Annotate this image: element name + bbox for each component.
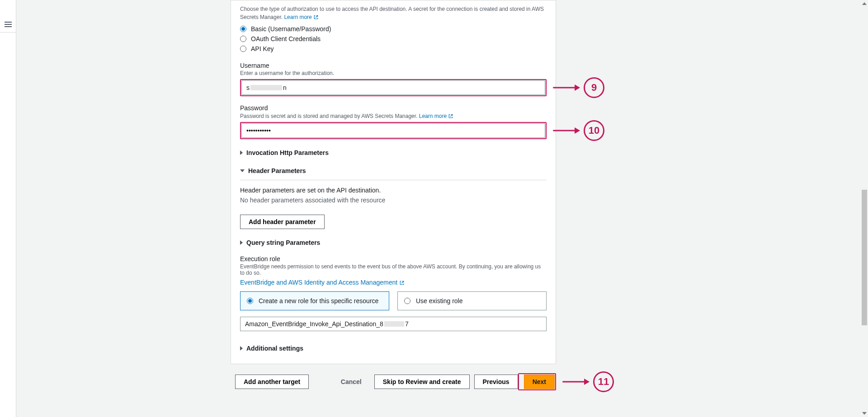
query-params-toggle[interactable]: Query string Parameters bbox=[240, 238, 547, 247]
skip-to-review-button[interactable]: Skip to Review and create bbox=[374, 375, 470, 389]
role-name-suffix: 7 bbox=[405, 320, 409, 328]
invocation-params-expander: Invocation Http Parameters bbox=[240, 148, 547, 157]
radio-icon bbox=[240, 26, 246, 32]
external-link-icon bbox=[448, 113, 453, 119]
external-link-icon bbox=[313, 14, 319, 19]
auth-radio-apikey[interactable]: API Key bbox=[240, 44, 547, 54]
cancel-button[interactable]: Cancel bbox=[333, 375, 370, 389]
callout-11: 11 bbox=[562, 371, 614, 392]
triangle-right-icon bbox=[240, 346, 243, 351]
arrow-icon bbox=[562, 380, 590, 384]
sidebar-stripe bbox=[0, 0, 16, 408]
role-choice-group: Create a new role for this specific reso… bbox=[240, 291, 547, 310]
iam-link[interactable]: EventBridge and AWS Identity and Access … bbox=[240, 279, 405, 286]
additional-settings-expander: Additional settings bbox=[240, 344, 547, 353]
password-learn-more-link[interactable]: Learn more bbox=[419, 113, 454, 119]
radio-label: API Key bbox=[251, 45, 274, 52]
add-another-target-button[interactable]: Add another target bbox=[235, 375, 309, 389]
redacted-segment bbox=[384, 321, 404, 327]
header-params-toggle[interactable]: Header Parameters bbox=[240, 166, 547, 175]
headers-title: Header Parameters bbox=[248, 167, 306, 174]
arrow-icon bbox=[553, 129, 580, 132]
radio-label: OAuth Client Credentials bbox=[251, 35, 321, 42]
headers-desc: Header parameters are set on the API des… bbox=[240, 187, 547, 194]
scrollbar[interactable] bbox=[861, 0, 868, 408]
query-title: Query string Parameters bbox=[246, 239, 320, 246]
password-input[interactable] bbox=[241, 123, 545, 138]
username-input[interactable]: s n bbox=[241, 80, 545, 95]
username-label: Username bbox=[240, 62, 547, 69]
radio-label: Basic (Username/Password) bbox=[251, 25, 331, 33]
wizard-footer: Add another target Cancel Skip to Review… bbox=[231, 373, 556, 390]
role-create-new-label: Create a new role for this specific reso… bbox=[259, 297, 378, 305]
auth-radio-basic[interactable]: Basic (Username/Password) bbox=[240, 24, 547, 34]
auth-type-radio-group: Basic (Username/Password) OAuth Client C… bbox=[240, 24, 547, 54]
auth-description: Choose the type of authorization to use … bbox=[240, 5, 547, 21]
highlight-box-9: s n bbox=[240, 79, 547, 96]
target-config-card: Choose the type of authorization to use … bbox=[231, 0, 556, 364]
auth-learn-more-link[interactable]: Learn more bbox=[284, 14, 319, 20]
role-use-existing-label: Use existing role bbox=[416, 297, 463, 305]
external-link-icon bbox=[399, 280, 405, 285]
additional-title: Additional settings bbox=[246, 345, 303, 352]
invocation-params-toggle[interactable]: Invocation Http Parameters bbox=[240, 148, 547, 157]
highlight-box-10 bbox=[240, 122, 547, 139]
username-value-suffix: n bbox=[283, 84, 287, 91]
callout-10: 10 bbox=[553, 120, 604, 141]
scrollbar-thumb[interactable] bbox=[862, 190, 867, 325]
username-field: Username Enter a username for the author… bbox=[240, 62, 547, 96]
role-name-prefix: Amazon_EventBridge_Invoke_Api_Destinatio… bbox=[245, 320, 383, 328]
execution-role-section: Execution role EventBridge needs permiss… bbox=[240, 255, 547, 331]
execution-role-hint: EventBridge needs permission to send eve… bbox=[240, 263, 547, 276]
radio-icon bbox=[240, 46, 246, 52]
role-use-existing[interactable]: Use existing role bbox=[397, 291, 547, 310]
highlight-box-11: Next bbox=[518, 373, 556, 390]
password-field: Password Password is secret and is store… bbox=[240, 104, 547, 139]
redacted-segment bbox=[250, 85, 282, 90]
username-value-prefix: s bbox=[246, 84, 250, 91]
role-create-new[interactable]: Create a new role for this specific reso… bbox=[240, 291, 389, 310]
headers-empty: No header parameters associated with the… bbox=[240, 197, 547, 204]
username-hint: Enter a username for the authorization. bbox=[240, 70, 547, 76]
previous-button[interactable]: Previous bbox=[474, 375, 518, 389]
triangle-down-icon bbox=[240, 169, 245, 172]
additional-settings-toggle[interactable]: Additional settings bbox=[240, 344, 547, 353]
callout-circle-11: 11 bbox=[593, 371, 614, 392]
password-label: Password bbox=[240, 104, 547, 112]
scroll-up-icon[interactable] bbox=[861, 0, 868, 7]
arrow-icon bbox=[553, 86, 580, 89]
callout-9: 9 bbox=[553, 77, 604, 98]
next-button[interactable]: Next bbox=[524, 375, 555, 389]
sidebar-toggle[interactable] bbox=[0, 16, 16, 33]
hamburger-icon bbox=[5, 22, 12, 27]
radio-icon bbox=[240, 36, 246, 42]
execution-role-label: Execution role bbox=[240, 255, 547, 262]
invocation-title: Invocation Http Parameters bbox=[246, 149, 329, 156]
header-params-expander: Header Parameters Header parameters are … bbox=[240, 166, 547, 229]
callout-circle-9: 9 bbox=[584, 77, 604, 98]
radio-icon bbox=[404, 298, 410, 304]
query-params-expander: Query string Parameters bbox=[240, 238, 547, 247]
auth-radio-oauth[interactable]: OAuth Client Credentials bbox=[240, 34, 547, 44]
triangle-right-icon bbox=[240, 150, 243, 155]
role-name-input[interactable]: Amazon_EventBridge_Invoke_Api_Destinatio… bbox=[240, 317, 547, 331]
triangle-right-icon bbox=[240, 240, 243, 245]
password-hint: Password is secret and is stored and man… bbox=[240, 112, 547, 119]
callout-circle-10: 10 bbox=[584, 120, 604, 141]
add-header-parameter-button[interactable]: Add header parameter bbox=[240, 215, 325, 229]
radio-icon bbox=[247, 298, 253, 304]
